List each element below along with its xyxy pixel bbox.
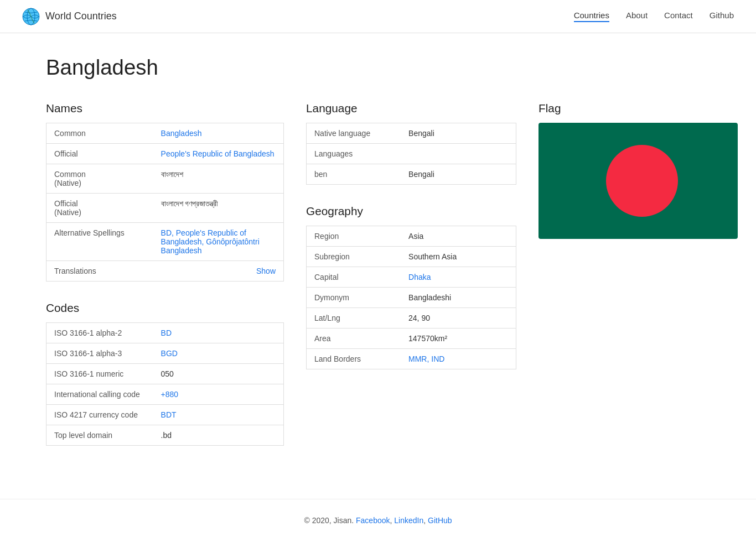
geography-section: Geography Region Asia Subregion Southern… <box>306 205 516 369</box>
geo-border-mmr[interactable]: MMR <box>408 354 427 363</box>
table-row: ISO 3166-1 alpha-3 BGD <box>46 343 284 364</box>
codes-currency-link[interactable]: BDT <box>161 410 177 419</box>
names-official-native-value: বাংলাদেশ গণপ্রজাতন্ত্রী <box>153 194 284 223</box>
brand-link[interactable]: World Countries <box>22 8 117 25</box>
lang-languages-value <box>401 144 516 164</box>
geo-borders-label: Land Borders <box>307 349 401 369</box>
show-translations-button[interactable]: Show <box>256 267 276 275</box>
table-row: Alternative Spellings BD, People's Repub… <box>46 223 284 261</box>
names-translations-label: Translations <box>46 261 153 281</box>
nav-countries[interactable]: Countries <box>574 11 609 22</box>
codes-tld-label: Top level domain <box>46 425 153 446</box>
geo-demonym-value: Bangladeshi <box>401 288 516 308</box>
table-row: ben Bengali <box>307 164 516 185</box>
lang-ben-value: Bengali <box>401 164 516 185</box>
codes-alpha2-link[interactable]: BD <box>161 328 172 337</box>
table-row: Common(Native) বাংলাদেশ <box>46 164 284 194</box>
names-alt-link-bd[interactable]: BD <box>161 228 172 237</box>
geo-capital-label: Capital <box>307 267 401 288</box>
table-row: Top level domain .bd <box>46 425 284 446</box>
geo-capital-link[interactable]: Dhaka <box>408 273 431 281</box>
globe-icon <box>22 8 40 25</box>
table-row: ISO 3166-1 alpha-2 BD <box>46 323 284 343</box>
table-row: Capital Dhaka <box>307 267 516 288</box>
names-heading: Names <box>46 102 284 115</box>
main-content: Bangladesh Names Common Bangladesh Offic… <box>24 33 732 499</box>
page-title: Bangladesh <box>46 55 710 80</box>
table-row: Area 147570km² <box>307 328 516 349</box>
geo-capital-value: Dhaka <box>401 267 516 288</box>
bangladesh-flag <box>538 123 738 239</box>
brand-name: World Countries <box>45 11 117 22</box>
navbar: World Countries Countries About Contact … <box>0 0 756 33</box>
lang-ben-label: ben <box>307 164 401 185</box>
nav-about[interactable]: About <box>626 11 648 22</box>
codes-calling-link[interactable]: +880 <box>161 390 179 399</box>
table-row: Native language Bengali <box>307 123 516 144</box>
lang-languages-label: Languages <box>307 144 401 164</box>
names-official-native-label: Official(Native) <box>46 194 153 223</box>
codes-section: Codes ISO 3166-1 alpha-2 BD ISO 3166-1 a… <box>46 301 284 446</box>
table-row: International calling code +880 <box>46 384 284 405</box>
table-row: Official People's Republic of Bangladesh <box>46 144 284 164</box>
codes-heading: Codes <box>46 301 284 315</box>
geo-area-label: Area <box>307 328 401 349</box>
geography-heading: Geography <box>306 205 516 218</box>
column-middle: Language Native language Bengali Languag… <box>306 102 516 466</box>
table-row: ISO 4217 currency code BDT <box>46 405 284 425</box>
footer-linkedin[interactable]: LinkedIn <box>394 516 423 525</box>
table-row: Dymonym Bangladeshi <box>307 288 516 308</box>
flag-heading: Flag <box>538 102 738 115</box>
codes-currency-value: BDT <box>153 405 284 425</box>
table-row: Common Bangladesh <box>46 123 284 144</box>
codes-alpha3-value: BGD <box>153 343 284 364</box>
codes-table: ISO 3166-1 alpha-2 BD ISO 3166-1 alpha-3… <box>46 322 284 446</box>
flag-circle <box>606 145 678 217</box>
geo-subregion-label: Subregion <box>307 247 401 267</box>
names-common-label: Common <box>46 123 153 144</box>
names-common-native-label: Common(Native) <box>46 164 153 194</box>
column-right: Flag <box>538 102 738 466</box>
names-official-link[interactable]: People's Republic of Bangladesh <box>161 149 275 158</box>
codes-alpha3-link[interactable]: BGD <box>161 349 178 358</box>
codes-calling-label: International calling code <box>46 384 153 405</box>
footer-facebook[interactable]: Facebook <box>356 516 390 525</box>
geo-subregion-value: Southern Asia <box>401 247 516 267</box>
flag-section: Flag <box>538 102 738 239</box>
geography-table: Region Asia Subregion Southern Asia Capi… <box>306 226 516 369</box>
names-section: Names Common Bangladesh Official People'… <box>46 102 284 281</box>
footer-copyright: © 2020, Jisan. <box>304 516 354 525</box>
codes-numeric-label: ISO 3166-1 numeric <box>46 364 153 384</box>
table-row: ISO 3166-1 numeric 050 <box>46 364 284 384</box>
language-heading: Language <box>306 102 516 115</box>
language-table: Native language Bengali Languages ben Be… <box>306 123 516 185</box>
geo-region-label: Region <box>307 226 401 247</box>
names-official-value: People's Republic of Bangladesh <box>153 144 284 164</box>
names-translations-value: Show <box>153 261 284 281</box>
footer-github[interactable]: GitHub <box>428 516 452 525</box>
table-row: Subregion Southern Asia <box>307 247 516 267</box>
names-common-link[interactable]: Bangladesh <box>161 129 202 138</box>
nav-github[interactable]: Github <box>710 11 734 22</box>
content-grid: Names Common Bangladesh Official People'… <box>46 102 710 466</box>
lang-native-label: Native language <box>307 123 401 144</box>
lang-native-value: Bengali <box>401 123 516 144</box>
names-alt-value: BD, People's Republic of Bangladesh, Gôn… <box>153 223 284 261</box>
table-row: Languages <box>307 144 516 164</box>
geo-area-value: 147570km² <box>401 328 516 349</box>
page-footer: © 2020, Jisan. Facebook, LinkedIn, GitHu… <box>0 499 756 541</box>
geo-demonym-label: Dymonym <box>307 288 401 308</box>
geo-region-value: Asia <box>401 226 516 247</box>
nav-contact[interactable]: Contact <box>664 11 693 22</box>
geo-border-ind[interactable]: IND <box>431 354 444 363</box>
names-alt-label: Alternative Spellings <box>46 223 153 261</box>
codes-numeric-value: 050 <box>153 364 284 384</box>
table-row: Land Borders MMR, IND <box>307 349 516 369</box>
language-section: Language Native language Bengali Languag… <box>306 102 516 185</box>
codes-alpha2-value: BD <box>153 323 284 343</box>
codes-calling-value: +880 <box>153 384 284 405</box>
names-common-value: Bangladesh <box>153 123 284 144</box>
names-official-label: Official <box>46 144 153 164</box>
geo-latlng-value: 24, 90 <box>401 308 516 328</box>
table-row: Region Asia <box>307 226 516 247</box>
